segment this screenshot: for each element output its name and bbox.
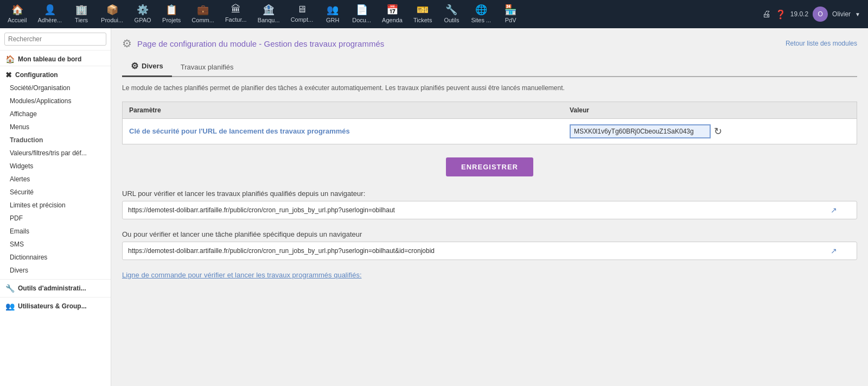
external-link-icon-1[interactable]: ↗ bbox=[831, 206, 837, 214]
sidebar-section-dashboard[interactable]: 🏠 Mon tableau de bord bbox=[0, 50, 111, 66]
sidebar-item-securite[interactable]: Sécurité bbox=[0, 186, 111, 199]
layout: 🏠 Mon tableau de bord ✖ Configuration So… bbox=[0, 28, 868, 386]
config-table: Paramètre Valeur Clé de sécurité pour l'… bbox=[122, 102, 857, 144]
security-key-input[interactable] bbox=[570, 124, 711, 138]
url-box-1: https://demotest-dolibarr.artifaille.fr/… bbox=[122, 201, 857, 219]
nav-documents[interactable]: 📄 Docu... bbox=[347, 0, 376, 28]
nav-accueil[interactable]: 🏠 Accueil bbox=[2, 0, 32, 28]
sidebar-item-sms[interactable]: SMS bbox=[0, 238, 111, 251]
outils-admin-icon: 🔧 bbox=[5, 284, 15, 293]
nav-grh[interactable]: 👥 GRH bbox=[318, 0, 347, 28]
avatar[interactable]: O bbox=[813, 7, 828, 22]
nav-tickets[interactable]: 🎫 Tickets bbox=[408, 0, 437, 28]
sidebar-item-limites[interactable]: Limites et précision bbox=[0, 199, 111, 212]
sidebar-item-traduction[interactable]: Traduction bbox=[0, 134, 111, 147]
url-text-1: https://demotest-dolibarr.artifaille.fr/… bbox=[128, 206, 826, 214]
sidebar-item-pdf[interactable]: PDF bbox=[0, 212, 111, 225]
page-title-icon: ⚙ bbox=[122, 37, 132, 50]
facturation-icon: 🏛 bbox=[231, 4, 241, 15]
sidebar-section-utilisateurs[interactable]: 👥 Utilisateurs & Group... bbox=[0, 297, 111, 313]
refresh-key-button[interactable]: ↻ bbox=[714, 125, 722, 137]
nav-tiers[interactable]: 🏢 Tiers bbox=[67, 0, 95, 28]
user-name[interactable]: Olivier bbox=[832, 10, 851, 18]
sidebar-item-menus[interactable]: Menus bbox=[0, 121, 111, 134]
nav-sites[interactable]: 🌐 Sites ... bbox=[465, 0, 496, 28]
nav-adherents[interactable]: 👤 Adhère... bbox=[32, 0, 67, 28]
sites-icon: 🌐 bbox=[475, 4, 487, 16]
url-text-2: https://demotest-dolibarr.artifaille.fr/… bbox=[128, 247, 826, 255]
sidebar-item-emails[interactable]: Emails bbox=[0, 225, 111, 238]
save-button[interactable]: ENREGISTRER bbox=[446, 157, 533, 176]
url-label-2: Ou pour vérifier et lancer une tâche pla… bbox=[122, 230, 857, 238]
sidebar-search-container bbox=[0, 28, 111, 50]
cmd-section: Ligne de commande pour vérifier et lance… bbox=[122, 271, 857, 279]
projets-icon: 📋 bbox=[165, 4, 177, 16]
back-link[interactable]: Retour liste des modules bbox=[786, 40, 857, 47]
page-title-row: ⚙ Page de configuration du module - Gest… bbox=[122, 37, 384, 50]
outils-icon: 🔧 bbox=[445, 4, 457, 16]
tab-divers[interactable]: ⚙ Divers bbox=[122, 56, 172, 77]
sidebar-item-affichage[interactable]: Affichage bbox=[0, 107, 111, 121]
url-section-1: URL pour vérifier et lancer les travaux … bbox=[122, 189, 857, 219]
comptabilite-icon: 🖥 bbox=[297, 4, 307, 15]
nav-comptabilite[interactable]: 🖥 Compt... bbox=[285, 0, 319, 28]
col-value-header: Valeur bbox=[563, 102, 857, 118]
users-icon: 👥 bbox=[5, 302, 15, 311]
row-label: Clé de sécurité pour l'URL de lancement … bbox=[123, 118, 563, 144]
nav-outils[interactable]: 🔧 Outils bbox=[437, 0, 465, 28]
description-text: Le module de taches planifiés permet de … bbox=[122, 84, 857, 93]
print-icon[interactable]: 🖨 bbox=[762, 9, 771, 19]
page-title: Page de configuration du module - Gestio… bbox=[137, 39, 384, 48]
config-icon: ✖ bbox=[5, 71, 12, 79]
search-input[interactable] bbox=[4, 33, 106, 46]
nav-facturation[interactable]: 🏛 Factur... bbox=[220, 0, 252, 28]
nav-pdv[interactable]: 🏪 PdV bbox=[496, 0, 525, 28]
tab-travaux-planifies[interactable]: Travaux planifiés bbox=[172, 59, 242, 77]
top-navigation: 🏠 Accueil 👤 Adhère... 🏢 Tiers 📦 Produi..… bbox=[0, 0, 868, 28]
tabs-bar: ⚙ Divers Travaux planifiés bbox=[122, 56, 857, 77]
sidebar-item-alertes[interactable]: Alertes bbox=[0, 173, 111, 186]
external-link-icon-2[interactable]: ↗ bbox=[831, 246, 837, 255]
home-icon: 🏠 bbox=[11, 4, 23, 16]
cmd-link[interactable]: Ligne de commande pour vérifier et lance… bbox=[122, 271, 362, 279]
nav-projets[interactable]: 📋 Projets bbox=[157, 0, 186, 28]
nav-gpao[interactable]: ⚙️ GPAO bbox=[129, 0, 157, 28]
main-content: ⚙ Page de configuration du module - Gest… bbox=[111, 28, 868, 386]
sidebar: 🏠 Mon tableau de bord ✖ Configuration So… bbox=[0, 28, 111, 386]
sidebar-item-valeurs[interactable]: Valeurs/filtres/tris par déf... bbox=[0, 147, 111, 160]
gpao-icon: ⚙️ bbox=[137, 4, 149, 16]
sidebar-item-dictionnaires[interactable]: Dictionnaires bbox=[0, 251, 111, 264]
banque-icon: 🏦 bbox=[263, 4, 275, 16]
documents-icon: 📄 bbox=[356, 4, 368, 16]
nav-produits[interactable]: 📦 Produi... bbox=[95, 0, 129, 28]
commercial-icon: 💼 bbox=[197, 4, 209, 16]
key-input-row: ↻ bbox=[570, 124, 850, 138]
sidebar-item-divers[interactable]: Divers bbox=[0, 264, 111, 277]
adherents-icon: 👤 bbox=[44, 4, 56, 16]
nav-agenda[interactable]: 📅 Agenda bbox=[376, 0, 408, 28]
sidebar-item-widgets[interactable]: Widgets bbox=[0, 160, 111, 173]
sidebar-section-outils[interactable]: 🔧 Outils d'administrati... bbox=[0, 279, 111, 295]
save-row: ENREGISTRER bbox=[122, 157, 857, 176]
sidebar-item-societe[interactable]: Société/Organisation bbox=[0, 81, 111, 94]
pdv-icon: 🏪 bbox=[505, 4, 516, 16]
sidebar-item-modules[interactable]: Modules/Applications bbox=[0, 94, 111, 107]
help-icon[interactable]: ❓ bbox=[775, 9, 786, 20]
tiers-icon: 🏢 bbox=[75, 4, 87, 16]
url-section-2: Ou pour vérifier et lancer une tâche pla… bbox=[122, 230, 857, 260]
grh-icon: 👥 bbox=[327, 4, 339, 16]
url-label-1: URL pour vérifier et lancer les travaux … bbox=[122, 189, 857, 198]
topnav-right: 🖨 ❓ 19.0.2 O Olivier ▼ bbox=[762, 0, 866, 28]
dashboard-icon: 🏠 bbox=[5, 55, 15, 64]
sidebar-section-configuration[interactable]: ✖ Configuration bbox=[0, 66, 111, 81]
tab-divers-icon: ⚙ bbox=[131, 61, 138, 71]
nav-banque[interactable]: 🏦 Banqu... bbox=[252, 0, 285, 28]
user-dropdown-icon[interactable]: ▼ bbox=[855, 11, 860, 17]
table-row: Clé de sécurité pour l'URL de lancement … bbox=[123, 118, 857, 144]
version-label: 19.0.2 bbox=[790, 10, 808, 18]
agenda-icon: 📅 bbox=[386, 4, 398, 16]
produits-icon: 📦 bbox=[106, 4, 118, 16]
tickets-icon: 🎫 bbox=[417, 4, 429, 16]
nav-commercial[interactable]: 💼 Comm... bbox=[186, 0, 220, 28]
col-param-header: Paramètre bbox=[123, 102, 563, 118]
